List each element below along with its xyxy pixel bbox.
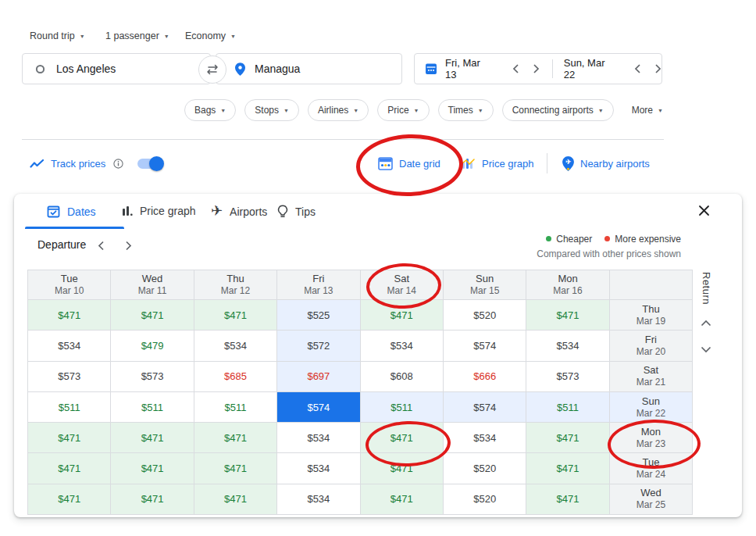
price-cell-mar-12-mar-22[interactable]: $511 xyxy=(194,392,277,423)
grid-header-tue-mar-10[interactable]: TueMar 10 xyxy=(28,270,111,300)
price-cell-mar-16-mar-24[interactable]: $471 xyxy=(526,453,609,484)
price-cell-mar-14-mar-22[interactable]: $511 xyxy=(361,392,444,423)
price-cell-mar-13-mar-23[interactable]: $534 xyxy=(277,423,360,453)
price-cell-mar-10-mar-20[interactable]: $534 xyxy=(28,331,111,361)
departure-prev-button[interactable] xyxy=(94,239,107,252)
price-cell-mar-13-mar-22[interactable]: $574 xyxy=(277,392,360,423)
tab-airports[interactable]: ✈ Airports xyxy=(211,205,267,218)
filter-chip-stops[interactable]: Stops▼ xyxy=(244,99,299,121)
filter-chip-price[interactable]: Price▼ xyxy=(377,99,429,121)
return-label-thu-mar-19[interactable]: ThuMar 19 xyxy=(610,300,693,331)
return-label-mon-mar-23[interactable]: MonMar 23 xyxy=(610,423,693,453)
price-cell-mar-13-mar-20[interactable]: $572 xyxy=(277,331,360,361)
price-cell-mar-11-mar-23[interactable]: $471 xyxy=(111,423,194,453)
price-legend: Cheaper More expensive xyxy=(546,234,681,245)
return-scroll-up-button[interactable] xyxy=(698,317,714,328)
price-cell-mar-10-mar-25[interactable]: $471 xyxy=(28,484,111,515)
price-cell-mar-12-mar-21[interactable]: $685 xyxy=(194,362,277,392)
price-cell-mar-12-mar-20[interactable]: $534 xyxy=(194,331,277,361)
info-icon[interactable] xyxy=(113,159,123,169)
price-cell-mar-14-mar-19[interactable]: $471 xyxy=(361,300,444,331)
price-cell-mar-11-mar-24[interactable]: $471 xyxy=(111,453,194,484)
price-cell-mar-11-mar-21[interactable]: $573 xyxy=(111,362,194,392)
price-cell-mar-12-mar-25[interactable]: $471 xyxy=(194,484,277,515)
grid-header-mon-mar-16[interactable]: MonMar 16 xyxy=(526,270,609,300)
grid-header-fri-mar-13[interactable]: FriMar 13 xyxy=(277,270,360,300)
close-button[interactable] xyxy=(695,202,712,219)
price-cell-mar-10-mar-23[interactable]: $471 xyxy=(28,423,111,453)
price-cell-mar-14-mar-23[interactable]: $471 xyxy=(361,423,444,453)
price-cell-mar-15-mar-23[interactable]: $534 xyxy=(444,423,526,453)
tab-price-graph[interactable]: Price graph xyxy=(121,205,196,217)
price-cell-mar-13-mar-19[interactable]: $525 xyxy=(277,300,360,331)
grid-header-wed-mar-11[interactable]: WedMar 11 xyxy=(111,270,194,300)
price-cell-mar-15-mar-20[interactable]: $574 xyxy=(444,331,526,361)
filter-chip-more[interactable]: More▼ xyxy=(622,100,672,120)
tab-dates[interactable]: Dates xyxy=(47,205,96,218)
price-cell-mar-16-mar-23[interactable]: $471 xyxy=(526,423,609,453)
grid-header-sun-mar-15[interactable]: SunMar 15 xyxy=(444,270,526,300)
price-cell-mar-16-mar-20[interactable]: $534 xyxy=(526,331,609,361)
return-date-next-button[interactable] xyxy=(654,64,662,73)
price-cell-mar-13-mar-24[interactable]: $534 xyxy=(277,453,360,484)
price-cell-mar-10-mar-19[interactable]: $471 xyxy=(28,300,111,331)
origin-field[interactable]: Los Angeles xyxy=(22,53,211,84)
price-cell-mar-16-mar-21[interactable]: $573 xyxy=(526,362,609,392)
filter-chip-times[interactable]: Times▼ xyxy=(438,99,494,121)
cabin-class-dropdown[interactable]: Economy ▼ xyxy=(185,30,236,41)
passengers-dropdown[interactable]: 1 passenger ▼ xyxy=(105,30,169,41)
price-cell-mar-15-mar-24[interactable]: $520 xyxy=(444,453,526,484)
trip-type-dropdown[interactable]: Round trip ▼ xyxy=(30,30,85,41)
price-cell-mar-11-mar-20[interactable]: $479 xyxy=(111,331,194,361)
price-cell-mar-14-mar-20[interactable]: $534 xyxy=(361,331,444,361)
track-prices-toggle[interactable] xyxy=(137,159,162,169)
price-cell-mar-15-mar-22[interactable]: $574 xyxy=(444,392,526,423)
tab-tips[interactable]: Tips xyxy=(277,205,316,219)
filter-chip-connecting-airports[interactable]: Connecting airports▼ xyxy=(502,99,614,121)
price-cell-mar-12-mar-23[interactable]: $471 xyxy=(194,423,277,453)
price-cell-mar-11-mar-19[interactable]: $471 xyxy=(111,300,194,331)
grid-header-sat-mar-14[interactable]: SatMar 14 xyxy=(361,270,444,300)
return-label-wed-mar-25[interactable]: WedMar 25 xyxy=(610,484,693,515)
return-label-sun-mar-22[interactable]: SunMar 22 xyxy=(610,392,693,423)
price-cell-mar-14-mar-21[interactable]: $608 xyxy=(361,362,444,392)
return-date-prev-button[interactable] xyxy=(634,64,641,73)
trend-line-icon xyxy=(30,159,45,169)
departure-label: Departure xyxy=(37,238,86,251)
price-cell-mar-16-mar-19[interactable]: $471 xyxy=(526,300,609,331)
return-label-fri-mar-20[interactable]: FriMar 20 xyxy=(610,331,693,361)
price-cell-mar-13-mar-25[interactable]: $534 xyxy=(277,484,360,515)
destination-field[interactable]: Managua xyxy=(216,53,402,84)
price-cell-mar-10-mar-21[interactable]: $573 xyxy=(28,362,111,392)
price-cell-mar-12-mar-19[interactable]: $471 xyxy=(194,300,277,331)
departure-next-button[interactable] xyxy=(122,239,134,252)
filter-chip-airlines[interactable]: Airlines▼ xyxy=(308,99,369,121)
price-cell-mar-15-mar-25[interactable]: $520 xyxy=(444,484,526,515)
price-cell-mar-15-mar-19[interactable]: $520 xyxy=(444,300,526,331)
price-cell-mar-14-mar-24[interactable]: $471 xyxy=(361,453,444,484)
nearby-airports-button[interactable]: ✈ Nearby airports xyxy=(562,153,650,173)
price-cell-mar-12-mar-24[interactable]: $471 xyxy=(194,453,277,484)
price-graph-button[interactable]: Price graph xyxy=(462,153,533,173)
price-cell-mar-16-mar-22[interactable]: $511 xyxy=(526,392,609,423)
price-cell-mar-16-mar-25[interactable]: $471 xyxy=(526,484,609,515)
destination-value: Managua xyxy=(255,63,300,75)
depart-date-prev-button[interactable] xyxy=(512,64,519,73)
return-scroll-down-button[interactable] xyxy=(698,344,714,355)
swap-airports-button[interactable] xyxy=(198,55,226,84)
price-cell-mar-14-mar-25[interactable]: $471 xyxy=(361,484,444,515)
return-date-value[interactable]: Sun, Mar 22 xyxy=(564,57,608,80)
filter-chip-bags[interactable]: Bags▼ xyxy=(184,99,236,121)
grid-header-thu-mar-12[interactable]: ThuMar 12 xyxy=(194,270,277,300)
depart-date-value[interactable]: Fri, Mar 13 xyxy=(445,57,484,80)
return-label-tue-mar-24[interactable]: TueMar 24 xyxy=(610,453,693,484)
price-cell-mar-10-mar-24[interactable]: $471 xyxy=(28,453,111,484)
price-cell-mar-15-mar-21[interactable]: $666 xyxy=(444,362,526,392)
return-label-sat-mar-21[interactable]: SatMar 21 xyxy=(610,362,693,392)
date-grid-button[interactable]: Date grid xyxy=(378,153,440,173)
price-cell-mar-11-mar-22[interactable]: $511 xyxy=(111,392,194,423)
price-cell-mar-13-mar-21[interactable]: $697 xyxy=(277,362,360,392)
price-cell-mar-11-mar-25[interactable]: $471 xyxy=(111,484,194,515)
depart-date-next-button[interactable] xyxy=(533,64,540,73)
price-cell-mar-10-mar-22[interactable]: $511 xyxy=(28,392,111,423)
